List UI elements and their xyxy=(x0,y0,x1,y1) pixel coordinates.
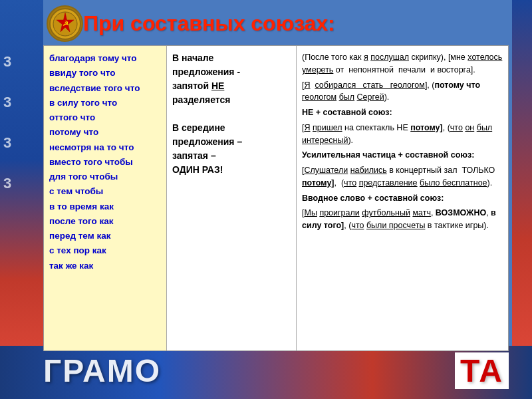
side-num-1: 3 xyxy=(3,53,11,70)
side-num-3: 3 xyxy=(3,134,11,152)
bottom-label-right: ТА xyxy=(455,352,509,389)
example-1: (После того как я послушал скрипку), [мн… xyxy=(302,53,502,74)
union-item-15: так же как xyxy=(49,259,161,273)
example-4: [Слушатели набились в концертный зал ТОЛ… xyxy=(302,164,503,190)
example-3: [Я пришел на спектакль НЕ потому], (что … xyxy=(302,122,503,147)
union-item-14: с тех пор как xyxy=(49,243,161,258)
col2-rule-1: В началепредложения -запятой НЕразделяет… xyxy=(172,51,291,177)
union-item-11: в то время как xyxy=(49,200,161,214)
union-item-8: вместо того чтобы xyxy=(49,155,161,170)
col3-rule-particle: Усилительная частица + составной союз: xyxy=(302,150,474,160)
col3-rule-ne: НЕ + составной союз: xyxy=(302,108,392,117)
union-item-4: в силу того что xyxy=(49,96,161,110)
emblem-icon: ☭ xyxy=(47,5,83,42)
example-5: [Мы проиграли футбольный матч, ВОЗМОЖНО,… xyxy=(302,207,503,232)
side-num-4: 3 xyxy=(3,175,11,192)
col3-examples-text: (После того как я послушал скрипку), [мн… xyxy=(302,51,503,232)
union-item-5: оттого что xyxy=(49,110,161,125)
svg-text:☭: ☭ xyxy=(62,20,68,27)
column-3-examples: (После того как я послушал скрипку), [мн… xyxy=(297,46,508,350)
main-table: благодаря тому что ввиду того что вследс… xyxy=(43,45,509,351)
union-item-1: благодаря тому что xyxy=(49,51,161,66)
page-title: При составных союзах: xyxy=(83,11,335,36)
col1-items-list: благодаря тому что ввиду того что вследс… xyxy=(49,51,161,273)
bottom-section: ГРАМО ТА xyxy=(43,346,509,396)
union-item-13: перед тем как xyxy=(49,229,161,243)
bg-right-decoration xyxy=(512,0,532,399)
union-item-6: потому что xyxy=(49,125,161,140)
union-item-3: вследствие того что xyxy=(49,81,161,96)
side-num-2: 3 xyxy=(3,94,11,111)
union-item-7: несмотря на то что xyxy=(49,140,161,155)
column-1-unions: благодаря тому что ввиду того что вследс… xyxy=(44,46,167,350)
union-item-2: ввиду того что xyxy=(49,66,161,80)
page-header: ☭ При составных союзах: xyxy=(0,0,532,45)
union-item-12: после того как xyxy=(49,214,161,229)
bottom-label-left: ГРАМО xyxy=(43,352,161,389)
col3-rule-intro: Вводное слово + составной союз: xyxy=(302,194,444,203)
side-decorations: 3 3 3 3 xyxy=(3,53,11,192)
union-item-10: с тем чтобы xyxy=(49,184,161,199)
union-item-9: для того чтобы xyxy=(49,170,161,184)
column-2-rules: В началепредложения -запятой НЕразделяет… xyxy=(167,46,297,350)
example-2: [Я собирался стать геологом], (потому чт… xyxy=(302,80,480,102)
